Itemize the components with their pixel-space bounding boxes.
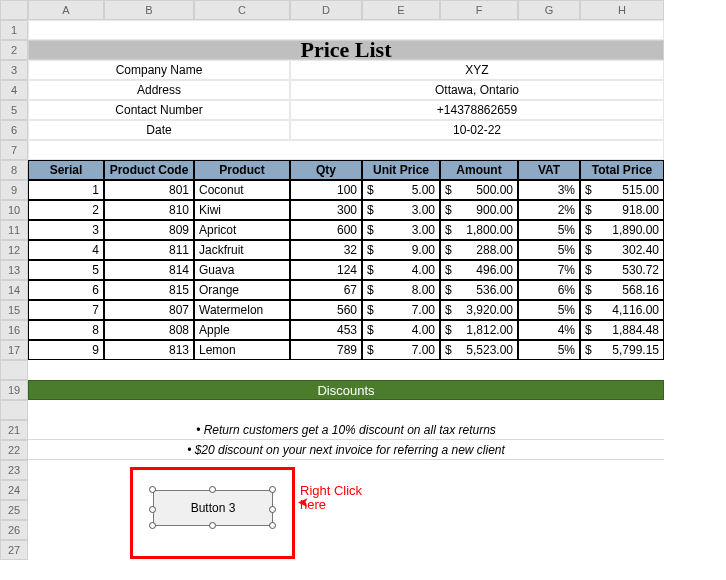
- table-cell[interactable]: Apricot: [194, 220, 290, 240]
- table-cell[interactable]: $3.00: [362, 220, 440, 240]
- table-cell[interactable]: Guava: [194, 260, 290, 280]
- row-header-16[interactable]: 16: [0, 320, 28, 340]
- table-cell[interactable]: 801: [104, 180, 194, 200]
- info-label[interactable]: Company Name: [28, 60, 290, 80]
- table-cell[interactable]: 1: [28, 180, 104, 200]
- table-cell[interactable]: $496.00: [440, 260, 518, 280]
- empty-cell[interactable]: [28, 360, 664, 380]
- info-value[interactable]: XYZ: [290, 60, 664, 80]
- table-cell[interactable]: 810: [104, 200, 194, 220]
- table-cell[interactable]: 2%: [518, 200, 580, 220]
- table-cell[interactable]: 7%: [518, 260, 580, 280]
- table-cell[interactable]: $568.16: [580, 280, 664, 300]
- table-cell[interactable]: $515.00: [580, 180, 664, 200]
- table-cell[interactable]: 815: [104, 280, 194, 300]
- table-cell[interactable]: $1,890.00: [580, 220, 664, 240]
- table-cell[interactable]: 813: [104, 340, 194, 360]
- table-cell[interactable]: 5: [28, 260, 104, 280]
- resize-handle[interactable]: [269, 506, 276, 513]
- row-header-25[interactable]: 25: [0, 500, 28, 520]
- info-value[interactable]: +14378862659: [290, 100, 664, 120]
- resize-handle[interactable]: [149, 486, 156, 493]
- row-header-10[interactable]: 10: [0, 200, 28, 220]
- table-header[interactable]: VAT: [518, 160, 580, 180]
- table-cell[interactable]: 5%: [518, 340, 580, 360]
- resize-handle[interactable]: [209, 486, 216, 493]
- col-header-B[interactable]: B: [104, 0, 194, 20]
- row-header-27[interactable]: 27: [0, 540, 28, 560]
- table-cell[interactable]: 300: [290, 200, 362, 220]
- col-header-G[interactable]: G: [518, 0, 580, 20]
- table-cell[interactable]: 4%: [518, 320, 580, 340]
- row-header-2[interactable]: 2: [0, 40, 28, 60]
- table-cell[interactable]: 789: [290, 340, 362, 360]
- table-cell[interactable]: 811: [104, 240, 194, 260]
- resize-handle[interactable]: [149, 522, 156, 529]
- table-header[interactable]: Product Code: [104, 160, 194, 180]
- table-cell[interactable]: $9.00: [362, 240, 440, 260]
- table-cell[interactable]: Kiwi: [194, 200, 290, 220]
- row-header-4[interactable]: 4: [0, 80, 28, 100]
- table-cell[interactable]: $4.00: [362, 260, 440, 280]
- row-header-13[interactable]: 13: [0, 260, 28, 280]
- resize-handle[interactable]: [209, 522, 216, 529]
- row-header-22[interactable]: 22: [0, 440, 28, 460]
- table-header[interactable]: Amount: [440, 160, 518, 180]
- row-header-7[interactable]: 7: [0, 140, 28, 160]
- table-cell[interactable]: 814: [104, 260, 194, 280]
- row-header-8[interactable]: 8: [0, 160, 28, 180]
- table-cell[interactable]: $7.00: [362, 340, 440, 360]
- table-cell[interactable]: 809: [104, 220, 194, 240]
- table-cell[interactable]: 100: [290, 180, 362, 200]
- title-cell[interactable]: Price List: [28, 40, 664, 60]
- table-cell[interactable]: $8.00: [362, 280, 440, 300]
- empty-cell[interactable]: [28, 540, 664, 560]
- discount-text[interactable]: • Return customers get a 10% discount on…: [28, 420, 664, 440]
- row-header-26[interactable]: 26: [0, 520, 28, 540]
- row-header-17[interactable]: 17: [0, 340, 28, 360]
- row-header-15[interactable]: 15: [0, 300, 28, 320]
- col-header-F[interactable]: F: [440, 0, 518, 20]
- table-cell[interactable]: Orange: [194, 280, 290, 300]
- table-cell[interactable]: 453: [290, 320, 362, 340]
- row-header-3[interactable]: 3: [0, 60, 28, 80]
- row-header-5[interactable]: 5: [0, 100, 28, 120]
- table-cell[interactable]: $5,523.00: [440, 340, 518, 360]
- table-cell[interactable]: $536.00: [440, 280, 518, 300]
- table-cell[interactable]: 4: [28, 240, 104, 260]
- col-header-H[interactable]: H: [580, 0, 664, 20]
- info-label[interactable]: Address: [28, 80, 290, 100]
- table-cell[interactable]: $1,800.00: [440, 220, 518, 240]
- table-cell[interactable]: $5.00: [362, 180, 440, 200]
- table-cell[interactable]: $3.00: [362, 200, 440, 220]
- row-header-12[interactable]: 12: [0, 240, 28, 260]
- row-header-9[interactable]: 9: [0, 180, 28, 200]
- table-cell[interactable]: 6: [28, 280, 104, 300]
- table-cell[interactable]: 67: [290, 280, 362, 300]
- discount-text[interactable]: • $20 discount on your next invoice for …: [28, 440, 664, 460]
- table-cell[interactable]: 6%: [518, 280, 580, 300]
- row-header-21[interactable]: 21: [0, 420, 28, 440]
- row-header-20[interactable]: [0, 400, 28, 420]
- empty-cell[interactable]: [28, 520, 664, 540]
- empty-cell[interactable]: [28, 140, 664, 160]
- empty-cell[interactable]: [28, 460, 664, 480]
- table-cell[interactable]: $500.00: [440, 180, 518, 200]
- row-header-24[interactable]: 24: [0, 480, 28, 500]
- col-header-D[interactable]: D: [290, 0, 362, 20]
- table-cell[interactable]: 7: [28, 300, 104, 320]
- empty-cell[interactable]: [28, 400, 664, 420]
- corner-cell[interactable]: [0, 0, 28, 20]
- button-3[interactable]: Button 3: [153, 490, 273, 526]
- resize-handle[interactable]: [269, 522, 276, 529]
- resize-handle[interactable]: [149, 506, 156, 513]
- table-cell[interactable]: 3: [28, 220, 104, 240]
- table-cell[interactable]: $7.00: [362, 300, 440, 320]
- row-header-18[interactable]: [0, 360, 28, 380]
- row-header-1[interactable]: 1: [0, 20, 28, 40]
- table-cell[interactable]: $3,920.00: [440, 300, 518, 320]
- row-header-11[interactable]: 11: [0, 220, 28, 240]
- table-cell[interactable]: $4.00: [362, 320, 440, 340]
- row-header-6[interactable]: 6: [0, 120, 28, 140]
- table-cell[interactable]: Jackfruit: [194, 240, 290, 260]
